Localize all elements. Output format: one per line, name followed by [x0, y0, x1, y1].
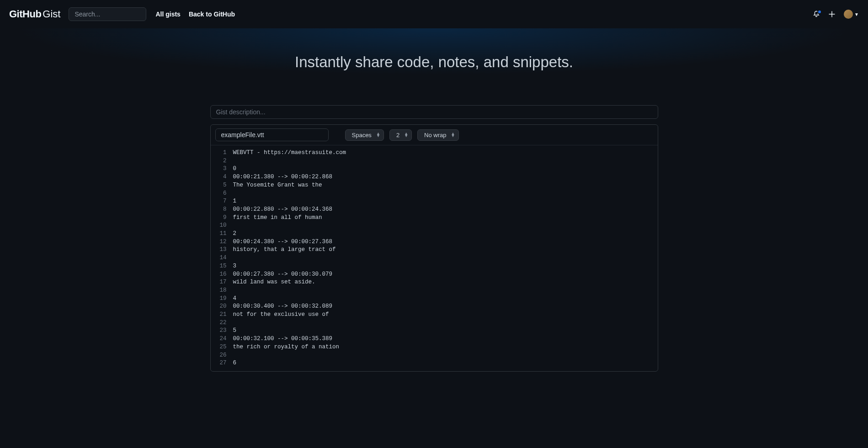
- editor-toolbar: Spaces ▲▼ 2 ▲▼ No wrap ▲▼: [211, 125, 658, 145]
- code-line: 00:00:27.380 --> 00:00:30.079: [233, 271, 346, 279]
- code-line: history, that a large tract of: [233, 246, 346, 254]
- line-number: 23: [220, 327, 227, 335]
- page-header: GitHub Gist All gists Back to GitHub ▼: [0, 0, 868, 28]
- code-line: [233, 352, 346, 360]
- code-line: 0: [233, 165, 346, 173]
- gist-form: Spaces ▲▼ 2 ▲▼ No wrap ▲▼ 12345678910111…: [210, 105, 658, 372]
- line-number: 1: [220, 149, 227, 157]
- filename-input[interactable]: [215, 128, 329, 141]
- line-number: 18: [220, 287, 227, 295]
- line-number: 11: [220, 230, 227, 238]
- code-line: wild land was set aside.: [233, 278, 346, 287]
- line-number: 19: [220, 295, 227, 303]
- wrap-mode-select-wrap: No wrap ▲▼: [417, 129, 458, 141]
- new-gist-button[interactable]: [828, 11, 836, 18]
- caret-down-icon: ▼: [854, 12, 859, 17]
- line-number: 26: [220, 352, 227, 360]
- line-number: 10: [220, 222, 227, 230]
- line-number: 9: [220, 214, 227, 222]
- indent-mode-select[interactable]: Spaces: [345, 129, 384, 141]
- line-number: 16: [220, 271, 227, 279]
- header-right: ▼: [813, 10, 859, 19]
- code-line: [233, 287, 346, 295]
- hero-section: Instantly share code, notes, and snippet…: [0, 28, 868, 105]
- code-line: 1: [233, 197, 346, 206]
- line-number: 12: [220, 238, 227, 246]
- line-number: 6: [220, 190, 227, 198]
- logo-github-text: GitHub: [9, 8, 41, 20]
- notification-dot-icon: [817, 10, 822, 14]
- line-number: 22: [220, 319, 227, 327]
- code-line: first time in all of human: [233, 214, 346, 222]
- line-number: 21: [220, 311, 227, 319]
- line-number: 20: [220, 303, 227, 311]
- line-number: 14: [220, 254, 227, 262]
- user-menu[interactable]: ▼: [844, 10, 859, 19]
- line-number: 15: [220, 262, 227, 271]
- code-line: 00:00:24.380 --> 00:00:27.368: [233, 238, 346, 246]
- line-number: 8: [220, 206, 227, 214]
- indent-mode-select-wrap: Spaces ▲▼: [345, 129, 384, 141]
- code-line: 6: [233, 359, 346, 368]
- line-number: 5: [220, 181, 227, 190]
- hero-tagline: Instantly share code, notes, and snippet…: [0, 53, 868, 71]
- code-line: [233, 319, 346, 327]
- plus-icon: [828, 11, 836, 18]
- line-gutter: 1234567891011121314151617181920212223242…: [211, 149, 233, 368]
- nav-all-gists[interactable]: All gists: [155, 11, 180, 18]
- wrap-mode-select[interactable]: No wrap: [417, 129, 458, 141]
- indent-size-select-wrap: 2 ▲▼: [389, 129, 412, 141]
- nav-back-to-github[interactable]: Back to GitHub: [189, 11, 235, 18]
- code-line: [233, 157, 346, 165]
- code-line: 00:00:22.880 --> 00:00:24.368: [233, 206, 346, 214]
- indent-size-select[interactable]: 2: [389, 129, 412, 141]
- code-line: not for the exclusive use of: [233, 311, 346, 319]
- code-line: the rich or royalty of a nation: [233, 343, 346, 352]
- code-line: [233, 190, 346, 198]
- code-line: [233, 222, 346, 230]
- logo[interactable]: GitHub Gist: [9, 8, 60, 20]
- code-line: 3: [233, 262, 346, 271]
- gist-description-input[interactable]: [210, 105, 658, 119]
- code-line: 00:00:21.380 --> 00:00:22.868: [233, 173, 346, 181]
- code-line: The Yosemite Grant was the: [233, 181, 346, 190]
- notifications-button[interactable]: [813, 11, 820, 18]
- line-number: 17: [220, 278, 227, 287]
- code-editor[interactable]: 1234567891011121314151617181920212223242…: [211, 145, 658, 371]
- line-number: 2: [220, 157, 227, 165]
- line-number: 4: [220, 173, 227, 181]
- code-line: 00:00:32.100 --> 00:00:35.389: [233, 335, 346, 343]
- code-line: 2: [233, 230, 346, 238]
- code-line: WEBVTT - https://maestrasuite.com: [233, 149, 346, 157]
- code-line: 4: [233, 295, 346, 303]
- line-number: 25: [220, 343, 227, 352]
- search-input[interactable]: [69, 7, 146, 21]
- editor-box: Spaces ▲▼ 2 ▲▼ No wrap ▲▼ 12345678910111…: [210, 124, 658, 372]
- line-number: 3: [220, 165, 227, 173]
- code-line: 00:00:30.400 --> 00:00:32.089: [233, 303, 346, 311]
- line-number: 24: [220, 335, 227, 343]
- line-number: 7: [220, 197, 227, 206]
- line-number: 27: [220, 359, 227, 368]
- line-number: 13: [220, 246, 227, 254]
- code-content: WEBVTT - https://maestrasuite.com 000:00…: [233, 149, 346, 368]
- avatar: [844, 10, 853, 19]
- code-line: 5: [233, 327, 346, 335]
- code-line: [233, 254, 346, 262]
- logo-gist-text: Gist: [43, 8, 60, 20]
